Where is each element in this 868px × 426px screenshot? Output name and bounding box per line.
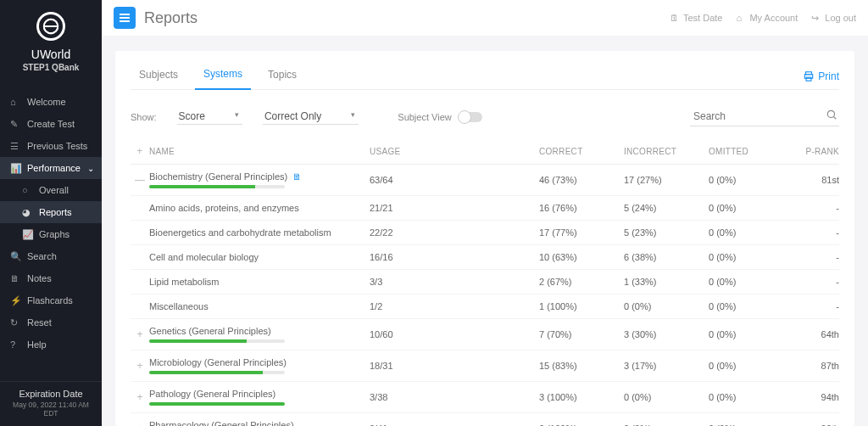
table-row: Bioenergetics and carbohydrate metabolis… (131, 221, 839, 245)
top-action-icon: ⌂ (736, 13, 746, 23)
filter-row: Show: Score Correct Only Subject View (131, 90, 839, 138)
cell-prank: 87th (793, 361, 839, 371)
nav-icon: 🗎 (10, 273, 20, 283)
expand-row-icon[interactable]: + (131, 328, 149, 340)
brand-block: UWorld STEP1 QBank (0, 0, 102, 81)
correct-only-select[interactable]: Correct Only (263, 109, 359, 125)
score-select[interactable]: Score (177, 109, 242, 125)
expand-row-icon[interactable]: — (131, 174, 149, 186)
sidebar-item-flashcards[interactable]: ⚡Flashcards (0, 289, 102, 311)
search-input[interactable] (690, 107, 839, 126)
chevron-down-icon: ⌄ (87, 164, 94, 173)
cell-correct: 17 (77%) (539, 227, 624, 238)
nav-label: Reports (39, 207, 72, 217)
table-row: —Biochemistry (General Principles)🗎63/64… (131, 165, 839, 196)
topbar: Reports 🗓Test Date⌂My Account↪Log out (102, 0, 868, 36)
cell-usage: 10/60 (370, 329, 539, 339)
cell-prank: - (793, 227, 839, 238)
sidebar-item-performance[interactable]: 📊Performance⌄ (0, 157, 102, 179)
tab-topics[interactable]: Topics (259, 64, 305, 89)
table-row: +Genetics (General Principles)10/607 (70… (131, 319, 839, 350)
subject-view-toggle[interactable] (459, 112, 482, 122)
main: Reports 🗓Test Date⌂My Account↪Log out Su… (102, 0, 868, 426)
cell-usage: 18/31 (370, 361, 539, 371)
cell-omitted: 0 (0%) (709, 175, 793, 185)
sidebar-subitem-reports[interactable]: ◕Reports (0, 201, 102, 223)
top-action-log-out[interactable]: ↪Log out (811, 13, 856, 23)
sidebar-item-reset[interactable]: ↻Reset (0, 311, 102, 334)
cell-prank: - (793, 301, 839, 311)
expand-row-icon[interactable]: + (131, 423, 149, 426)
cell-prank: - (793, 277, 839, 287)
col-incorrect: INCORRECT (624, 147, 709, 156)
sidebar-item-welcome[interactable]: ⌂Welcome (0, 91, 102, 113)
sidebar-item-search[interactable]: 🔍Search (0, 245, 102, 267)
tab-subjects[interactable]: Subjects (131, 64, 186, 89)
row-name: Miscellaneous (149, 301, 209, 311)
nav-icon: ◕ (22, 207, 32, 217)
expand-all-icon[interactable]: + (131, 145, 149, 157)
top-action-icon: 🗓 (670, 13, 680, 23)
sidebar-item-notes[interactable]: 🗎Notes (0, 267, 102, 289)
table-header: + NAME USAGE CORRECT INCORRECT OMITTED P… (131, 138, 839, 165)
progress-bar (149, 371, 285, 374)
col-correct: CORRECT (539, 147, 624, 156)
nav-label: Previous Tests (27, 141, 87, 151)
top-action-icon: ↪ (811, 13, 821, 23)
row-name: Lipid metabolism (149, 277, 220, 287)
hamburger-button[interactable] (114, 7, 136, 29)
progress-bar (149, 185, 285, 188)
cell-omitted: 0 (0%) (709, 301, 793, 311)
sidebar-item-help[interactable]: ?Help (0, 334, 102, 356)
nav-label: Help (27, 339, 47, 350)
nav-label: Overall (39, 185, 69, 195)
nav-icon: ☰ (10, 141, 20, 151)
table-body: —Biochemistry (General Principles)🗎63/64… (131, 165, 839, 426)
sidebar-subitem-graphs[interactable]: 📈Graphs (0, 223, 102, 245)
print-button[interactable]: Print (803, 70, 839, 82)
top-action-my-account[interactable]: ⌂My Account (736, 13, 798, 23)
nav-label: Graphs (39, 229, 70, 239)
note-icon[interactable]: 🗎 (292, 171, 302, 182)
table-row: +Microbiology (General Principles)18/311… (131, 350, 839, 382)
print-icon (803, 70, 815, 82)
top-actions: 🗓Test Date⌂My Account↪Log out (670, 13, 856, 23)
cell-omitted: 0 (0%) (709, 361, 793, 371)
expiration-date: May 09, 2022 11:40 AM EDT (8, 401, 93, 418)
nav-label: Reset (27, 317, 52, 328)
cell-omitted: 0 (0%) (709, 227, 793, 238)
logo-icon (36, 12, 65, 41)
nav-icon: ✎ (10, 119, 20, 129)
nav-icon: ? (10, 339, 20, 350)
cell-correct: 15 (83%) (539, 361, 624, 371)
expand-row-icon[interactable]: + (131, 360, 149, 372)
expiration-title: Expiration Date (8, 389, 93, 399)
nav-icon: 📈 (22, 229, 32, 239)
cell-prank: 64th (793, 329, 839, 339)
tab-systems[interactable]: Systems (195, 63, 251, 90)
cell-correct: 16 (76%) (539, 203, 624, 213)
cell-usage: 63/64 (370, 175, 539, 185)
cell-prank: 94th (793, 392, 839, 402)
svg-point-4 (827, 110, 834, 117)
nav-label: Search (27, 251, 57, 261)
row-name: Genetics (General Principles) (149, 326, 271, 336)
col-prank: P-RANK (793, 147, 839, 156)
sidebar-item-create-test[interactable]: ✎Create Test (0, 113, 102, 135)
cell-omitted: 0 (0%) (709, 392, 793, 402)
sidebar-subitem-overall[interactable]: ○Overall (0, 179, 102, 201)
nav-label: Performance (27, 163, 81, 173)
cell-incorrect: 17 (27%) (624, 175, 709, 185)
brand-name: UWorld (31, 48, 70, 61)
sidebar-item-previous-tests[interactable]: ☰Previous Tests (0, 135, 102, 157)
top-action-test-date[interactable]: 🗓Test Date (670, 13, 722, 23)
subject-view-label: Subject View (398, 112, 451, 122)
row-name: Cell and molecular biology (149, 252, 259, 262)
cell-correct: 10 (63%) (539, 252, 624, 262)
nav-icon: 📊 (10, 163, 20, 173)
nav-label: Flashcards (27, 295, 73, 305)
search-wrap (690, 107, 839, 126)
table-row: Amino acids, proteins, and enzymes21/211… (131, 196, 839, 221)
expand-row-icon[interactable]: + (131, 391, 149, 403)
table-row: Lipid metabolism3/32 (67%)1 (33%)0 (0%)- (131, 270, 839, 294)
